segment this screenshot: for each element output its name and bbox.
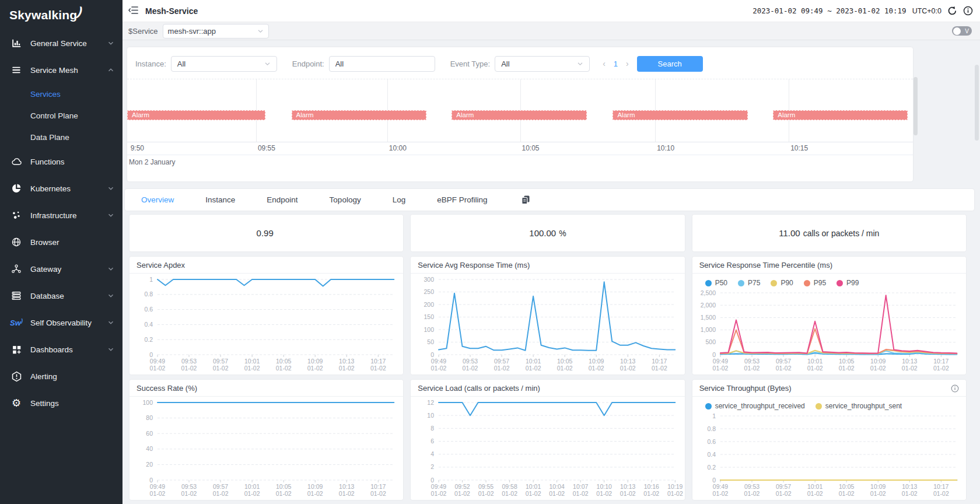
version-toggle[interactable]: V [952, 26, 972, 36]
sidebar-item-general-service[interactable]: General Service [0, 30, 123, 57]
cloud-icon [10, 156, 22, 167]
sidebar-item-kubernetes[interactable]: Kubernetes [0, 175, 123, 202]
next-page-icon[interactable]: › [626, 59, 629, 68]
success-rate-chart[interactable]: 02040608010009:4901-0209:5301-0209:5701-… [130, 397, 403, 500]
alarm-event-bar[interactable]: Alarm [127, 110, 265, 120]
svg-text:50: 50 [428, 338, 435, 345]
sidebar-item-self-observability[interactable]: Sw)Self Observability [0, 309, 123, 336]
svg-text:100: 100 [424, 326, 435, 333]
avg-response-time-chart[interactable]: 05010015020025030009:4901-0209:5301-0209… [411, 274, 684, 374]
tab-ebpf-profiling[interactable]: eBPF Profiling [437, 195, 487, 204]
svg-text:01-02: 01-02 [478, 490, 494, 497]
chart-title: Service Avg Response Time (ms) [418, 261, 530, 270]
metric-value: 11.00 [779, 228, 800, 238]
sidebar-item-dashboards[interactable]: Dashboards [0, 336, 123, 363]
sidebar-item-control-plane[interactable]: Control Plane [0, 105, 123, 127]
sidebar-item-service-mesh[interactable]: Service Mesh [0, 57, 123, 83]
svg-text:10:13: 10:13 [620, 483, 635, 490]
legend-p90[interactable]: P90 [771, 279, 793, 287]
app-logo[interactable]: Skywalking) [0, 0, 123, 26]
event-filters: Instance: All Endpoint: Event Type: All [127, 47, 913, 76]
sidebar-item-services[interactable]: Services [0, 83, 123, 105]
svg-text:10:07: 10:07 [573, 483, 588, 490]
svg-text:01-02: 01-02 [150, 365, 166, 372]
event-type-select[interactable]: All [495, 56, 590, 72]
sidebar-item-label: Database [30, 292, 64, 300]
chart-info-icon[interactable] [951, 384, 959, 393]
sidebar-item-infrastructure[interactable]: Infrastructure [0, 202, 123, 229]
alarm-timeline[interactable]: AlarmAlarmAlarmAlarmAlarm [127, 79, 913, 142]
metric-value: 0.99 [257, 228, 274, 238]
chevron-down-icon [264, 61, 271, 67]
svg-text:09:49: 09:49 [150, 483, 165, 490]
database-icon [10, 290, 22, 301]
time-range[interactable]: 2023-01-02 09:49 ~ 2023-01-02 10:19 [752, 6, 906, 15]
svg-text:0: 0 [430, 351, 434, 358]
copy-icon[interactable] [521, 195, 530, 205]
chart-card-response-time-percentile: Service Response Time Percentile (ms) P5… [692, 257, 966, 374]
svg-text:01-02: 01-02 [712, 490, 728, 497]
bar-chart-icon [10, 38, 22, 48]
alarm-event-bar[interactable]: Alarm [773, 110, 907, 120]
alarm-event-bar[interactable]: Alarm [452, 110, 587, 120]
legend-p75[interactable]: P75 [738, 279, 760, 287]
sidebar-item-database[interactable]: Database [0, 282, 123, 309]
svg-text:0: 0 [712, 477, 716, 484]
svg-text:6: 6 [430, 438, 434, 444]
svg-text:8: 8 [430, 425, 434, 432]
tab-instance[interactable]: Instance [205, 195, 235, 204]
svg-text:09:57: 09:57 [213, 358, 228, 365]
prev-page-icon[interactable]: ‹ [603, 59, 606, 68]
search-button[interactable]: Search [637, 56, 703, 72]
svg-text:10:01: 10:01 [526, 358, 541, 365]
alarm-event-bar[interactable]: Alarm [292, 110, 427, 120]
legend-p50[interactable]: P50 [705, 279, 727, 287]
legend-p95[interactable]: P95 [804, 279, 826, 287]
sidebar-item-settings[interactable]: ⚙Settings [0, 390, 123, 416]
svg-text:10:01: 10:01 [244, 358, 260, 365]
svg-text:01-02: 01-02 [933, 365, 949, 372]
tab-overview[interactable]: Overview [141, 195, 174, 204]
svg-text:01-02: 01-02 [557, 365, 573, 372]
collapse-menu-icon[interactable] [128, 6, 138, 16]
service-label: $Service [128, 27, 158, 36]
svg-text:09:53: 09:53 [744, 483, 760, 490]
svg-text:09:49: 09:49 [713, 358, 728, 365]
tab-endpoint[interactable]: Endpoint [267, 195, 298, 204]
page-scrollbar[interactable] [975, 65, 979, 141]
svg-text:10:09: 10:09 [589, 358, 604, 365]
response-time-percentile-chart[interactable]: 05001,0001,5002,0002,50009:4901-0209:530… [692, 287, 966, 374]
sidebar-item-label: Settings [30, 399, 59, 408]
event-type-label: Event Type: [450, 60, 490, 68]
endpoint-input[interactable] [329, 56, 435, 72]
svg-text:01-02: 01-02 [307, 365, 323, 372]
svg-text:10:17: 10:17 [933, 483, 949, 490]
percentile-legend: P50P75P90P95P99 [692, 274, 966, 287]
metric-unit: % [559, 229, 566, 238]
refresh-icon[interactable] [947, 6, 957, 16]
tab-topology[interactable]: Topology [330, 195, 361, 204]
service-select[interactable]: mesh-svr::app [163, 24, 269, 38]
sidebar-item-label: Service Mesh [30, 66, 78, 75]
sidebar-item-functions[interactable]: Functions [0, 148, 123, 175]
page-number[interactable]: 1 [614, 60, 618, 68]
service-throughput-chart[interactable]: 00.20.40.60.8109:4901-0209:5301-0209:570… [692, 410, 966, 500]
service-apdex-chart[interactable]: 00.20.40.60.8109:4901-0209:5301-0209:570… [130, 274, 403, 374]
sidebar-item-browser[interactable]: Browser [0, 229, 123, 256]
chart-card-service-throughput: Service Throughput (Bytes) service_throu… [692, 380, 966, 500]
sidebar-item-data-plane[interactable]: Data Plane [0, 127, 123, 148]
svg-text:01-02: 01-02 [870, 365, 886, 372]
svg-text:01-02: 01-02 [597, 490, 612, 497]
tab-log[interactable]: Log [393, 195, 406, 204]
sidebar-item-alerting[interactable]: Alerting [0, 363, 123, 390]
legend-service-throughput-received[interactable]: service_throughput_received [705, 402, 805, 410]
legend-p99[interactable]: P99 [836, 279, 859, 287]
info-icon[interactable] [963, 6, 973, 16]
instance-select[interactable]: All [171, 56, 277, 72]
legend-service-throughput-sent[interactable]: service_throughput_sent [816, 402, 902, 410]
service-load-chart[interactable]: 02468101209:4901-0209:5201-0209:5501-020… [411, 397, 684, 500]
alarm-event-bar[interactable]: Alarm [612, 110, 748, 120]
svg-text:01-02: 01-02 [550, 490, 565, 497]
sidebar-item-gateway[interactable]: Gateway [0, 256, 123, 282]
timeline-scrollbar[interactable] [914, 77, 918, 135]
